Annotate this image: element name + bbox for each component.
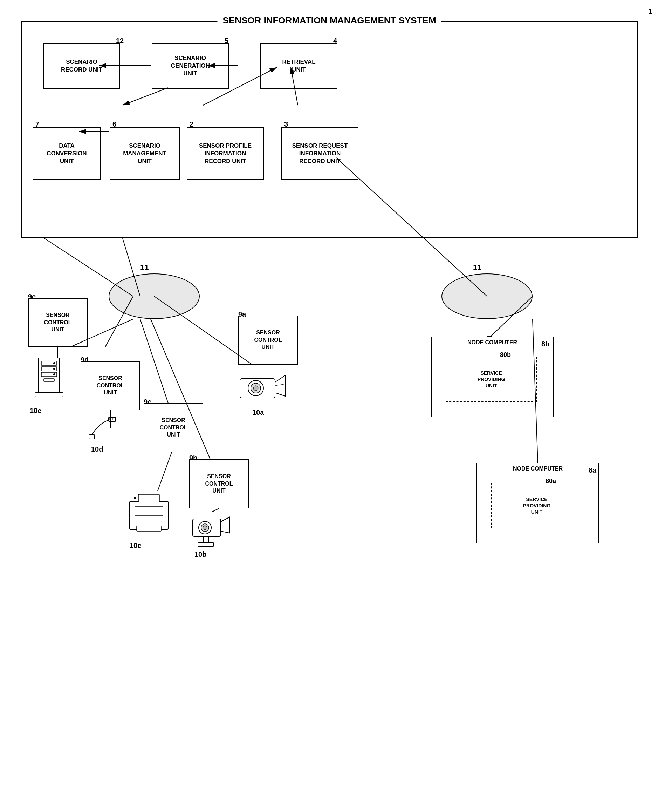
svg-rect-18 [137,526,161,531]
device-10c-label: 10c [129,542,141,550]
sensor-control-9b-number: 9b [189,454,197,462]
network-ellipse-right [441,274,533,319]
sensor-request-unit: SENSOR REQUESTINFORMATIONRECORD UNIT [281,127,359,180]
svg-point-5 [53,368,55,370]
sensor-request-number: 3 [284,120,288,128]
device-10d-icon [87,416,119,444]
svg-point-24 [253,386,258,391]
sensor-control-9a: SENSORCONTROLUNIT [238,316,298,364]
device-10a-label: 10a [252,408,264,416]
device-10c-icon [126,491,172,536]
svg-rect-8 [35,392,63,397]
svg-rect-14 [89,435,95,439]
service-8b-number: 80b [500,351,511,359]
sensor-control-9d: SENSORCONTROLUNIT [81,361,140,410]
svg-line-57 [212,508,219,512]
svg-point-4 [53,362,55,364]
node-computer-8a: NODE COMPUTER SERVICEPROVIDINGUNIT 80a [477,463,599,543]
node-computer-8b-title: NODE COMPUTER [432,337,553,348]
svg-marker-25 [275,375,285,396]
device-10b-label: 10b [195,550,206,558]
sensor-control-9c-number: 9c [143,398,151,406]
network-ellipse-left [109,274,200,319]
svg-point-20 [134,497,136,499]
svg-line-46 [140,319,168,403]
data-conversion-unit: DATACONVERSIONUNIT [33,127,101,180]
device-10d-label: 10d [91,445,103,453]
service-providing-8a: SERVICEPROVIDINGUNIT [491,483,582,529]
diagram: 1 SENSOR INFORMATION MANAGEMENT SYSTEM S… [0,0,672,785]
network-left-label: 11 [140,263,148,272]
node-8b-number: 8b [541,340,549,348]
sensor-profile-unit: SENSOR PROFILEINFORMATIONRECORD UNIT [187,127,264,180]
device-10a-icon [238,372,287,407]
sensor-control-9b: SENSORCONTROLUNIT [189,459,249,508]
device-10b-icon [189,512,231,547]
device-10e-label: 10e [30,407,41,415]
svg-point-30 [203,525,207,530]
svg-rect-19 [139,494,159,502]
service-providing-8b: SERVICEPROVIDINGUNIT [446,357,537,402]
scenario-management-number: 6 [112,120,116,128]
data-conversion-number: 7 [35,120,39,128]
sensor-profile-number: 2 [190,120,193,128]
service-8a-number: 80a [546,477,556,485]
retrieval-number: 4 [333,37,337,45]
sensor-control-9e-number: 9e [28,293,36,301]
device-10e-icon [35,358,67,403]
system-boundary: SENSOR INFORMATION MANAGEMENT SYSTEM SCE… [21,21,638,238]
scenario-management-unit: SCENARIOMANAGEMENTUNIT [110,127,180,180]
svg-point-6 [53,374,55,375]
sensor-control-9d-number: 9d [81,356,89,364]
svg-rect-0 [39,358,59,392]
scenario-generation-number: 5 [225,37,228,45]
system-number-label: 1 [648,7,652,16]
sensor-control-9c: SENSORCONTROLUNIT [143,403,203,452]
svg-marker-31 [221,517,229,533]
node-8a-number: 8a [589,466,596,474]
sensor-control-9a-number: 9a [238,310,246,318]
svg-line-55 [157,452,172,491]
system-title: SENSOR INFORMATION MANAGEMENT SYSTEM [217,15,441,26]
node-computer-8b: NODE COMPUTER SERVICEPROVIDINGUNIT 80b [431,336,554,417]
node-computer-8a-title: NODE COMPUTER [477,463,599,474]
sensor-control-9e: SENSORCONTROLUNIT [28,298,87,347]
svg-rect-33 [198,543,214,546]
scenario-record-number: 12 [116,37,124,45]
network-right-label: 11 [473,263,482,272]
scenario-record-unit: SCENARIORECORD UNIT [43,43,120,89]
retrieval-unit: RETRIEVALUNIT [260,43,337,89]
scenario-generation-unit: SCENARIOGENERATIONUNIT [152,43,229,89]
